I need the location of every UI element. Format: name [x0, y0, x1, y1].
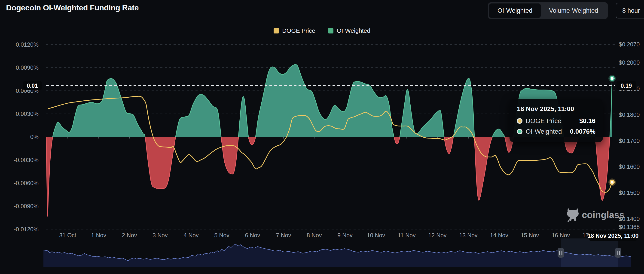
axis-label: $0.2070 — [619, 41, 640, 47]
axis-label: $0.1700 — [619, 138, 640, 144]
axis-label: 0.0090% — [16, 64, 38, 71]
axis-label: 8 Nov — [307, 232, 322, 239]
tooltip-series-label: OI-Weighted — [526, 128, 562, 135]
axis-label: 7 Nov — [276, 232, 291, 239]
crosshair-right-value: 0.19 — [616, 81, 636, 90]
axis-label: 1 Nov — [91, 232, 106, 239]
axis-label: 14 Nov — [490, 232, 508, 239]
axis-label: 9 Nov — [337, 232, 352, 239]
oi-weighted-dot-icon — [517, 129, 522, 134]
crosshair-left-value: 0.01 — [23, 81, 42, 90]
axis-label: 0.0120% — [16, 41, 38, 48]
axis-label: $0.1500 — [619, 190, 640, 196]
coinglass-bull-icon — [566, 208, 579, 222]
axis-label: 12 Nov — [428, 232, 447, 239]
axis-label: -0.0030% — [14, 157, 38, 163]
axis-label: -0.0120% — [14, 226, 38, 233]
navigator-area[interactable] — [44, 244, 631, 267]
chart-tooltip: 18 Nov 2025, 11:00 DOGE Price $0.16 OI-W… — [510, 99, 603, 142]
series-end-marker-core — [611, 77, 614, 80]
coinglass-watermark: coinglass — [566, 208, 624, 222]
axis-label: 15 Nov — [520, 232, 539, 239]
axis-label: 2 Nov — [122, 232, 137, 239]
axis-label: 16 Nov — [552, 232, 570, 239]
tooltip-row-doge-price: DOGE Price $0.16 — [517, 117, 596, 125]
navigator-selection[interactable] — [561, 239, 618, 267]
tooltip-date: 18 Nov 2025, 11:00 — [517, 105, 596, 113]
crosshair-date-label: 18 Nov 2025, 11:00 — [588, 231, 639, 241]
axis-label: 0% — [30, 134, 38, 140]
axis-label: 13 Nov — [459, 232, 478, 239]
coinglass-watermark-text: coinglass — [582, 210, 624, 220]
axis-label: 10 Nov — [367, 232, 385, 239]
axis-label: 6 Nov — [245, 232, 260, 239]
axis-label: 18 Nov 2025, 11:00 — [588, 233, 639, 239]
axis-label: $0.1600 — [619, 163, 640, 170]
series-end-marker-core — [611, 181, 614, 184]
axis-label: -0.0090% — [14, 203, 38, 209]
axis-label: -0.0060% — [14, 180, 38, 186]
tooltip-series-label: DOGE Price — [526, 117, 561, 125]
tooltip-series-value: $0.16 — [579, 117, 596, 125]
axis-label: 11 Nov — [398, 232, 416, 239]
axis-label: 4 Nov — [184, 232, 199, 239]
axis-label: $0.1368 — [619, 224, 640, 230]
tooltip-series-value: 0.0076% — [570, 128, 596, 135]
axis-label: 31 Oct — [59, 232, 76, 239]
axis-label: 0.01 — [27, 82, 38, 89]
axis-label: $0.2000 — [619, 59, 640, 66]
axis-label: 3 Nov — [152, 232, 168, 239]
navigator-handle-left[interactable] — [558, 248, 564, 258]
axis-label: 0.19 — [621, 82, 632, 89]
axis-label: $0.1800 — [619, 111, 640, 118]
axis-label: 5 Nov — [214, 232, 230, 239]
funding-rate-page: Dogecoin OI-Weighted Funding Rate OI-Wei… — [0, 0, 644, 274]
doge-price-dot-icon — [517, 118, 522, 124]
navigator-handle-right[interactable] — [615, 248, 621, 258]
tooltip-row-oi-weighted: OI-Weighted 0.0076% — [517, 128, 596, 135]
axis-label: 0.0030% — [16, 111, 38, 117]
